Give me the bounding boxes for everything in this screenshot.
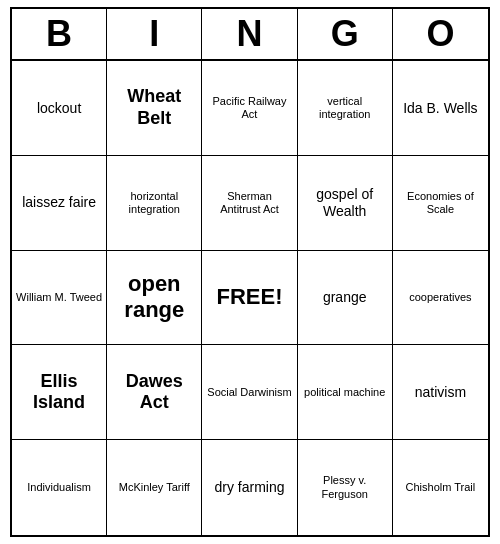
cell-text: dry farming (214, 479, 284, 496)
cell-text: lockout (37, 100, 81, 117)
bingo-cell: political machine (298, 345, 393, 440)
bingo-cell: dry farming (202, 440, 297, 535)
cell-text: cooperatives (409, 291, 471, 304)
bingo-card: BINGO lockoutWheat BeltPacific Railway A… (10, 7, 490, 537)
bingo-header: BINGO (12, 9, 488, 61)
bingo-cell: laissez faire (12, 156, 107, 251)
cell-text: Wheat Belt (111, 86, 197, 129)
bingo-cell: Social Darwinism (202, 345, 297, 440)
cell-text: Social Darwinism (207, 386, 291, 399)
cell-text: open range (111, 271, 197, 324)
cell-text: Plessy v. Ferguson (302, 474, 388, 500)
cell-text: Economies of Scale (397, 190, 484, 216)
bingo-cell: Chisholm Trail (393, 440, 488, 535)
cell-text: grange (323, 289, 367, 306)
bingo-cell: Dawes Act (107, 345, 202, 440)
bingo-cell: nativism (393, 345, 488, 440)
bingo-cell: gospel of Wealth (298, 156, 393, 251)
bingo-cell: Ellis Island (12, 345, 107, 440)
cell-text: FREE! (216, 284, 282, 310)
bingo-cell: William M. Tweed (12, 251, 107, 346)
bingo-cell: horizontal integration (107, 156, 202, 251)
cell-text: gospel of Wealth (302, 186, 388, 220)
bingo-cell: FREE! (202, 251, 297, 346)
cell-text: Individualism (27, 481, 91, 494)
bingo-cell: open range (107, 251, 202, 346)
bingo-grid: lockoutWheat BeltPacific Railway Actvert… (12, 61, 488, 535)
cell-text: Chisholm Trail (406, 481, 476, 494)
cell-text: nativism (415, 384, 466, 401)
bingo-cell: cooperatives (393, 251, 488, 346)
cell-text: McKinley Tariff (119, 481, 190, 494)
header-letter: N (202, 9, 297, 59)
bingo-cell: McKinley Tariff (107, 440, 202, 535)
cell-text: Pacific Railway Act (206, 95, 292, 121)
bingo-cell: vertical integration (298, 61, 393, 156)
bingo-cell: grange (298, 251, 393, 346)
bingo-cell: Pacific Railway Act (202, 61, 297, 156)
cell-text: laissez faire (22, 194, 96, 211)
bingo-cell: lockout (12, 61, 107, 156)
bingo-cell: Economies of Scale (393, 156, 488, 251)
cell-text: Ellis Island (16, 371, 102, 414)
cell-text: Dawes Act (111, 371, 197, 414)
header-letter: O (393, 9, 488, 59)
bingo-cell: Plessy v. Ferguson (298, 440, 393, 535)
bingo-cell: Wheat Belt (107, 61, 202, 156)
cell-text: William M. Tweed (16, 291, 102, 304)
header-letter: B (12, 9, 107, 59)
cell-text: vertical integration (302, 95, 388, 121)
cell-text: Ida B. Wells (403, 100, 477, 117)
cell-text: Sherman Antitrust Act (206, 190, 292, 216)
header-letter: G (298, 9, 393, 59)
cell-text: horizontal integration (111, 190, 197, 216)
bingo-cell: Ida B. Wells (393, 61, 488, 156)
bingo-cell: Individualism (12, 440, 107, 535)
header-letter: I (107, 9, 202, 59)
cell-text: political machine (304, 386, 385, 399)
bingo-cell: Sherman Antitrust Act (202, 156, 297, 251)
